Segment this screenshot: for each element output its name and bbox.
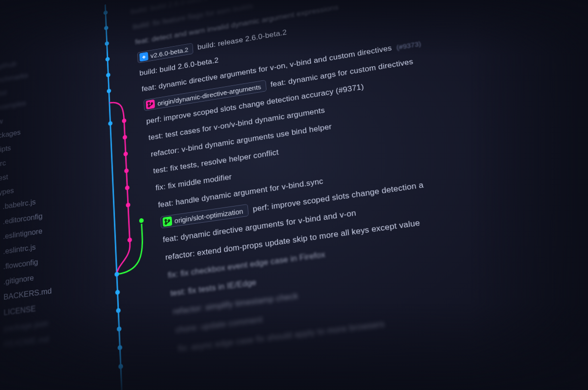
- svg-point-18: [126, 203, 131, 208]
- svg-point-0: [103, 10, 108, 15]
- svg-point-16: [124, 168, 128, 173]
- chevron-icon: [0, 329, 0, 330]
- svg-point-5: [107, 88, 111, 93]
- svg-point-2: [105, 41, 109, 46]
- svg-point-14: [122, 135, 127, 140]
- commit-list[interactable]: build: build 2.6.0-beta.2build: fix feat…: [130, 0, 588, 362]
- svg-point-17: [125, 185, 129, 191]
- svg-point-8: [115, 289, 120, 295]
- svg-point-21: [148, 102, 149, 104]
- svg-point-24: [165, 219, 166, 221]
- git-log-panel: build: build 2.6.0-beta.2build: fix feat…: [85, 0, 588, 390]
- svg-point-19: [127, 237, 132, 243]
- svg-point-4: [106, 73, 110, 78]
- svg-point-7: [115, 272, 120, 277]
- branch-icon: [162, 216, 172, 227]
- svg-point-12: [118, 364, 123, 369]
- svg-point-23: [151, 103, 152, 104]
- chevron-icon: [0, 345, 0, 345]
- tag-icon: ⋄: [139, 52, 148, 62]
- svg-point-25: [165, 223, 166, 225]
- svg-point-15: [123, 152, 128, 156]
- svg-point-9: [116, 308, 121, 313]
- svg-point-13: [122, 118, 126, 123]
- branch-icon: [146, 100, 155, 109]
- tree-item-label: test: [0, 170, 8, 186]
- svg-point-26: [168, 220, 170, 222]
- svg-point-10: [117, 326, 122, 332]
- svg-point-6: [108, 121, 113, 126]
- svg-point-3: [105, 57, 110, 62]
- tree-item-label: flow: [0, 114, 3, 130]
- tree-item-label: src: [0, 156, 6, 171]
- svg-point-1: [104, 26, 108, 30]
- tree-item-label: dist: [0, 86, 7, 102]
- svg-point-11: [118, 345, 122, 350]
- commit-ref: (#9373): [396, 39, 421, 51]
- svg-point-22: [148, 105, 150, 107]
- chip-label: v2.6.0-beta.2: [150, 46, 189, 59]
